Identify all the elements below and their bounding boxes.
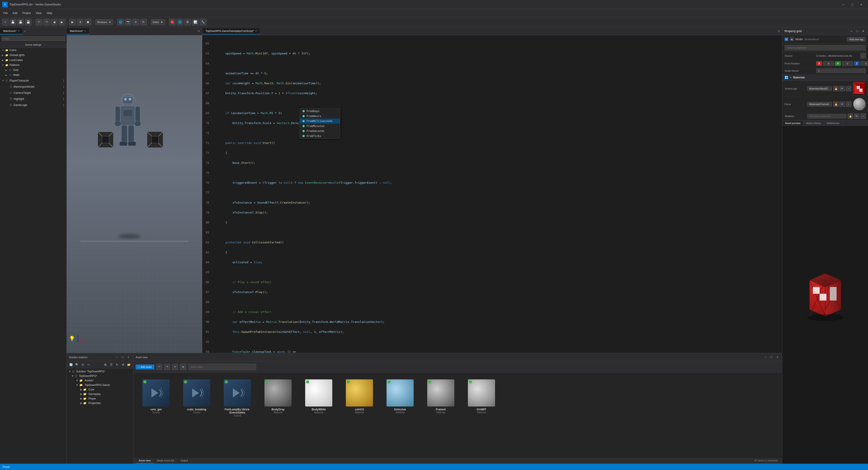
toolbar-rotate[interactable]: ↻ — [140, 19, 147, 26]
toolbar-translate[interactable]: ✛ — [132, 19, 139, 26]
menu-file[interactable]: File — [1, 11, 10, 15]
close-main-scene-tab[interactable]: × — [18, 29, 20, 33]
asset-coinc2[interactable]: coinC2 Material — [341, 377, 377, 419]
toolbar-run1[interactable]: ▶ — [69, 19, 76, 26]
scene-search-input[interactable] — [1, 36, 65, 41]
menu-project[interactable]: Project — [20, 11, 33, 15]
tree-item-mannequinmodel[interactable]: ⬡ MannequinModel ↕ — [0, 84, 66, 90]
bottom-tab-errors[interactable]: Asset errors (0) — [154, 458, 178, 464]
asset-expand-btn[interactable]: □ — [769, 355, 774, 360]
solution-btn-settings[interactable]: ⚙ — [121, 362, 125, 367]
sol-item-assets[interactable]: ▼ 📁 Assets* — [67, 378, 133, 383]
solution-expand-btn[interactable]: □ — [120, 355, 125, 360]
skeleton-arrow-btn[interactable]: → — [860, 114, 866, 119]
toolbar-icon4[interactable]: 📊 — [192, 19, 199, 26]
asset-framea[interactable]: FrameA Material — [423, 377, 459, 419]
xenkologo-fire-btn[interactable]: 🔥 — [833, 86, 839, 91]
pivot-z-btn[interactable]: Z — [854, 61, 860, 66]
toolbar-run2[interactable]: ⏸ — [77, 19, 84, 26]
source-browse-btn[interactable]: … — [860, 53, 866, 59]
fame-fire-btn[interactable]: 🔥 — [833, 101, 839, 107]
tree-item-gamelogic[interactable]: ⬡ GameLogic ↕ — [0, 102, 66, 108]
xenkologo-edit-btn[interactable]: ✏ — [839, 86, 845, 91]
asset-fishlamp[interactable]: FishLampBy Ulrick-EvensSalies Sound — [219, 377, 255, 419]
solution-btn-open[interactable]: 📂 — [126, 362, 131, 367]
autocomplete-dropdown[interactable]: FromDays FromHours FromMilliseconds From… — [300, 108, 340, 139]
toolbar-new[interactable]: + — [2, 19, 8, 26]
skeleton-value[interactable]: (No asset selected) — [807, 114, 846, 118]
sol-item-gameplay[interactable]: ▶ 📁 Gameplay — [67, 392, 133, 396]
sol-item-game[interactable]: ▼ 📁 TopDownRPG.Game — [67, 383, 133, 387]
solution-btn-group[interactable]: ⊞ — [103, 362, 108, 367]
preview-tab-actionhistory[interactable]: Action history — [803, 121, 824, 126]
editor-dropdown[interactable]: Editor ▼ — [151, 19, 165, 25]
ac-fromticks[interactable]: FromTicks — [300, 133, 340, 138]
toolbar-redo[interactable]: ↷ — [43, 19, 50, 26]
sol-item-properties[interactable]: ▶ 📁 Properties — [67, 401, 133, 405]
ac-fromminutes[interactable]: FromMinutes — [300, 124, 340, 129]
solution-btn-refresh[interactable]: ↻ — [115, 362, 120, 367]
scale-value[interactable]: 1 — [816, 68, 866, 73]
toolbar-btn1[interactable]: 🌐 — [117, 19, 124, 26]
tree-item-coins[interactable]: ▼ 📁 Coins — [0, 48, 66, 53]
tree-item-lootcrates[interactable]: ▶ 📁 LootCrates — [0, 58, 66, 63]
tree-item-grid[interactable]: ▶ ⬡ Grid — [0, 68, 66, 72]
model-toggle-icon[interactable]: ◉ — [790, 37, 794, 41]
asset-coin-get[interactable]: coin_get Sound — [138, 377, 174, 419]
toolbar-save[interactable]: 💾 — [9, 19, 16, 26]
solution-btn-collapse[interactable]: ➖ — [86, 362, 91, 367]
toolbar-icon1[interactable]: 🔴 — [169, 19, 176, 26]
skeleton-fire-btn[interactable]: 🔥 — [848, 114, 853, 119]
close-coinscript-tab[interactable]: × — [255, 29, 257, 33]
tree-item-cameratarget[interactable]: ⬡ CameraTarget ↕ — [0, 90, 66, 96]
toolbar-icon3[interactable]: ⚙ — [184, 19, 191, 26]
toolbar-undo[interactable]: ↶ — [35, 19, 42, 26]
asset-crate-breaking[interactable]: crate_breaking Sound — [179, 377, 215, 419]
minimize-button[interactable]: − — [839, 1, 848, 8]
prop-collapse-btn[interactable]: − — [849, 29, 854, 34]
asset-preview-btn[interactable]: 👁 — [180, 364, 186, 370]
tree-item-highlight[interactable]: ⬡ Highlight ↕ — [0, 96, 66, 102]
menu-view[interactable]: View — [33, 11, 44, 15]
prop-search-input[interactable] — [784, 45, 866, 51]
code-collapse[interactable]: ⊟ — [776, 28, 782, 34]
tree-item-globallights[interactable]: ▶ 📁 GlobalLights — [0, 53, 66, 58]
platform-dropdown[interactable]: Windows ▼ — [95, 19, 113, 25]
asset-rename-btn[interactable]: ✏ — [172, 364, 178, 370]
fame-arrow-btn[interactable]: → — [846, 101, 851, 107]
pivot-y-val[interactable]: 0 — [842, 61, 853, 66]
close-button[interactable]: × — [857, 1, 866, 8]
toolbar-icon2[interactable]: 🌐 — [177, 19, 183, 26]
pivot-x-btn[interactable]: X — [816, 61, 822, 66]
close-viewport-tab[interactable]: × — [85, 29, 86, 33]
asset-bodywhite[interactable]: BodyWhite Material — [301, 377, 337, 419]
preview-tab-assetpreview[interactable]: Asset preview — [782, 121, 803, 126]
viewport-collapse[interactable]: ⊟ — [195, 28, 202, 34]
sol-item-player[interactable]: ▶ 📁 Player — [67, 396, 133, 401]
menu-help[interactable]: Help — [44, 11, 55, 15]
pivot-y-btn[interactable]: Y — [835, 61, 841, 66]
asset-undo-btn[interactable]: ↶ — [156, 364, 162, 370]
bottom-tab-assetview[interactable]: Asset view — [135, 458, 154, 464]
toolbar-run3[interactable]: ⏹ — [85, 19, 91, 26]
asset-gridmt[interactable]: GridMT Material — [463, 377, 500, 419]
add-tag-button[interactable]: Add new tag — [847, 37, 866, 41]
preview-tab-references[interactable]: References — [824, 121, 842, 126]
solution-btn-list[interactable]: ☰ — [109, 362, 114, 367]
sol-item-core[interactable]: ▶ 📁 Core — [67, 387, 133, 392]
menu-edit[interactable]: Edit — [10, 11, 20, 15]
tree-item-platform[interactable]: ▼ 📁 Platform — [0, 63, 66, 68]
asset-bodygray[interactable]: BodyGray Material — [260, 377, 296, 419]
ac-fromdays[interactable]: FromDays — [300, 109, 340, 114]
tab-main-scene[interactable]: MainScene* × — [0, 28, 23, 34]
solution-btn-sync[interactable]: 🔄 — [68, 362, 73, 367]
asset-close-btn[interactable]: × — [775, 355, 780, 360]
asset-emissive[interactable]: Emissive Material — [382, 377, 418, 419]
skeleton-edit-btn[interactable]: ✏ — [854, 114, 860, 119]
prop-close-btn[interactable]: × — [861, 29, 866, 34]
tab-coinscript[interactable]: TopDownRPG.Game/Gameplay/CoinScript* × — [202, 28, 260, 34]
ac-fromhours[interactable]: FromHours — [300, 114, 340, 119]
tab-pin[interactable]: ⊕ — [24, 30, 26, 33]
tree-item-walls[interactable]: ▶ ⬡ Walls — [0, 72, 66, 77]
ac-fromseconds[interactable]: FromSeconds — [300, 129, 340, 133]
